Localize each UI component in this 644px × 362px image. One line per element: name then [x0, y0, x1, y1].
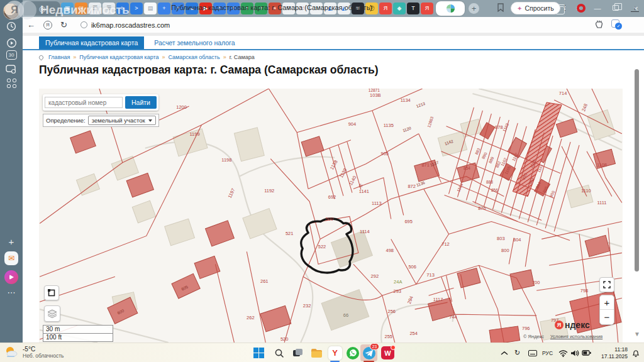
- scroll-down-arrow[interactable]: ▼: [634, 331, 640, 337]
- weather-widget[interactable]: -5°C Неб. облачность: [4, 345, 64, 359]
- zoom-in-button[interactable]: +: [600, 295, 614, 310]
- parcel-label: 695: [404, 219, 412, 224]
- new-tab-button[interactable]: +: [469, 3, 479, 14]
- restore-button[interactable]: [613, 5, 619, 11]
- search-button[interactable]: [270, 344, 287, 361]
- browser-tab[interactable]: ▣: [61, 3, 74, 14]
- browser-sidebar: 30 + ✉ ⋯: [0, 0, 23, 343]
- reload-button[interactable]: ↻: [60, 20, 67, 30]
- sidebar-add-icon[interactable]: +: [0, 236, 23, 247]
- browser-tab[interactable]: ▤: [144, 3, 157, 14]
- minimize-button[interactable]: —: [592, 3, 603, 14]
- cadastral-map[interactable]: 1200119911981197119252150052211144982922…: [39, 89, 623, 343]
- browser-tab[interactable]: T: [407, 3, 419, 14]
- active-browser-tab[interactable]: [436, 1, 465, 16]
- parcel-label: 904: [348, 121, 356, 127]
- layers-button[interactable]: [44, 305, 60, 322]
- browser-tab[interactable]: ☰: [89, 3, 101, 14]
- tray-chevron-icon[interactable]: [501, 343, 508, 362]
- pin-icon: [38, 54, 45, 60]
- wifi-icon[interactable]: [558, 343, 568, 362]
- page-top-strip: [23, 33, 644, 36]
- ask-alice-button[interactable]: ✦ Спросить: [511, 2, 560, 14]
- browser-tab[interactable]: >: [116, 3, 129, 14]
- bookmark-icon[interactable]: [497, 3, 504, 14]
- parcel-label: 692: [328, 194, 336, 200]
- parcel-label: 1198: [221, 157, 231, 163]
- browser-tab[interactable]: Я: [421, 3, 433, 14]
- services-grid-icon[interactable]: [0, 79, 23, 88]
- wildberries-button[interactable]: W: [379, 344, 396, 361]
- file-explorer-button[interactable]: [308, 344, 325, 361]
- notifications-icon[interactable]: [631, 349, 640, 360]
- pinned-tab-group[interactable]: ◎: [24, 1, 60, 16]
- extension-hand-icon[interactable]: [594, 20, 604, 32]
- extension-opera-icon[interactable]: [577, 4, 586, 13]
- crumb-region[interactable]: Самарская область: [169, 54, 220, 60]
- site-security-icon[interactable]: [80, 21, 87, 28]
- address-bar[interactable]: ik6map.roscadastres.com: [72, 21, 170, 29]
- tab-cadastral-map[interactable]: Публичная кадастровая карта: [39, 36, 144, 49]
- group-icon: ◎: [39, 4, 45, 13]
- volume-icon[interactable]: [570, 343, 579, 362]
- history-icon[interactable]: [0, 21, 23, 31]
- video-play-icon[interactable]: [0, 38, 23, 48]
- alice-icon[interactable]: [0, 270, 23, 284]
- tabs-underline: [23, 49, 644, 50]
- cadastral-number-input[interactable]: [45, 97, 123, 108]
- find-button[interactable]: Найти: [125, 96, 157, 109]
- draw-polygon-button[interactable]: [44, 285, 59, 300]
- web-page: Публичная кадастровая карта Расчет земел…: [23, 33, 644, 343]
- page-title-in-bar: Публичная кадастровая карта: г. Самара (…: [171, 4, 372, 11]
- site-tabs: Публичная кадастровая карта Расчет земел…: [39, 36, 245, 49]
- messenger-icon[interactable]: [0, 64, 23, 74]
- parcel-label: 256: [388, 309, 396, 314]
- tray-clock[interactable]: 11:18 17.11.2025: [601, 346, 628, 361]
- browser-tab[interactable]: Я: [379, 3, 392, 14]
- zoom-out-button[interactable]: −: [600, 310, 614, 324]
- browser-tab[interactable]: +: [158, 3, 170, 14]
- whatsapp-button[interactable]: [344, 344, 361, 361]
- parcel-label: 1192: [264, 188, 274, 194]
- browser-tab[interactable]: >: [130, 3, 143, 14]
- parcel-label: 804: [513, 237, 521, 243]
- definition-select[interactable]: земельный участок: [88, 116, 156, 125]
- task-view-button[interactable]: [289, 344, 306, 361]
- back-button[interactable]: ←: [27, 20, 35, 30]
- crumb-home[interactable]: Главная: [48, 54, 70, 60]
- addressbar-more-button[interactable]: ⋮: [562, 4, 569, 12]
- battery-icon[interactable]: [582, 343, 591, 362]
- language-indicator[interactable]: РУС: [542, 343, 553, 362]
- sidebar-avatar[interactable]: [0, 3, 23, 19]
- crumb-map[interactable]: Публичная кадастровая карта: [79, 54, 158, 60]
- downloads-icon[interactable]: ↓: [631, 4, 639, 12]
- browser-tab[interactable]: ✉: [75, 3, 87, 14]
- video-30-badge[interactable]: 30: [0, 50, 23, 60]
- parcel-label: 713: [426, 272, 434, 278]
- mail-icon[interactable]: ✉: [0, 251, 23, 265]
- fullscreen-button[interactable]: [599, 277, 614, 292]
- start-button[interactable]: [250, 344, 267, 361]
- crumb-city: г. Самара: [230, 54, 255, 60]
- parcel-label: 1200: [176, 104, 187, 110]
- parcel-label: 1117: [433, 297, 443, 302]
- parcel-label: 522: [318, 244, 326, 250]
- yandex-home-icon[interactable]: Я: [43, 21, 52, 30]
- tab-land-tax[interactable]: Расчет земельного налога: [144, 36, 245, 49]
- map-attribution: © Яндекс Условия использования: [523, 334, 602, 339]
- telegram-button[interactable]: 23: [360, 344, 377, 361]
- parcel-label: 232: [303, 303, 311, 309]
- page-scrollbar-thumb[interactable]: [635, 69, 639, 272]
- sidebar-more-icon[interactable]: ⋯: [0, 288, 23, 297]
- parcel-label: 905: [381, 151, 389, 156]
- terms-link[interactable]: Условия использования: [550, 334, 602, 339]
- site-pinwheel-icon: [446, 4, 455, 13]
- definition-filter: Определение: земельный участок: [43, 114, 159, 127]
- parcel-label: 712: [441, 241, 449, 247]
- browser-tab[interactable]: ☰: [103, 3, 115, 14]
- parcel-label: 255: [385, 334, 392, 339]
- tray-keyboard-icon[interactable]: [528, 343, 537, 362]
- extension-protect-icon[interactable]: ✓: [611, 19, 619, 28]
- browser-tab[interactable]: ◆: [393, 3, 406, 14]
- yandex-browser-button[interactable]: Y: [326, 344, 343, 361]
